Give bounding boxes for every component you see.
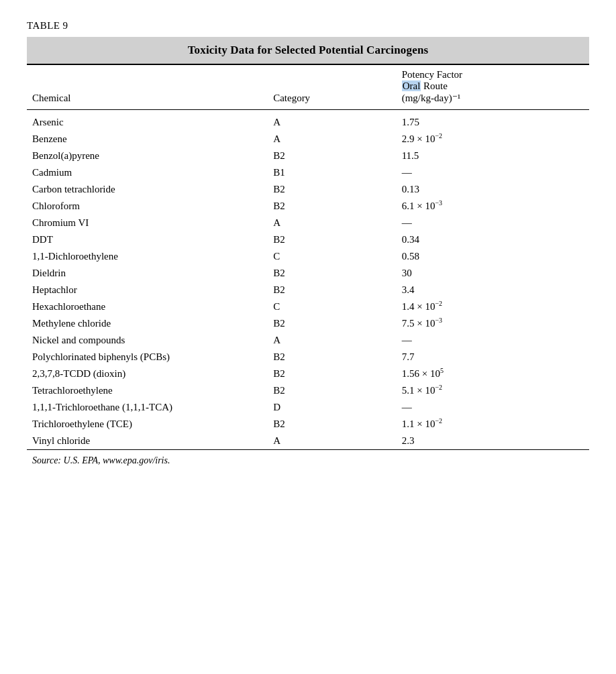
cell-category: B2 [268,198,397,215]
table-row: 2,3,7,8-TCDD (dioxin)B21.56 × 105 [27,366,589,382]
cell-chemical: Chloroform [27,198,268,215]
cell-category: B1 [268,164,397,181]
cell-potency: 1.75 [397,110,589,131]
table-header-row: Chemical Category Potency Factor Oral Ro… [27,64,589,110]
cell-chemical: Carbon tetrachloride [27,181,268,198]
cell-category: B2 [268,416,397,433]
table-row: 1,1-DichloroethyleneC0.58 [27,248,589,265]
col-header-category: Category [268,64,397,110]
cell-potency: 6.1 × 10−3 [397,198,589,215]
potency-line1: Potency Factor [402,69,462,80]
cell-chemical: 2,3,7,8-TCDD (dioxin) [27,366,268,382]
cell-potency: 0.13 [397,181,589,198]
cell-chemical: Nickel and compounds [27,332,268,349]
table-row: Carbon tetrachlorideB20.13 [27,181,589,198]
table-footer-row: Source: U.S. EPA, www.epa.gov/iris. [27,450,589,469]
cell-chemical: 1,1-Dichloroethylene [27,248,268,265]
table-title-box: Toxicity Data for Selected Potential Car… [27,37,589,64]
cell-category: B2 [268,265,397,282]
cell-chemical: Trichloroethylene (TCE) [27,416,268,433]
cell-potency: 30 [397,265,589,282]
table-body: ArsenicA1.75BenzeneA2.9 × 10−2Benzol(a)p… [27,110,589,450]
cell-category: A [268,131,397,148]
table-row: 1,1,1-Trichloroethane (1,1,1-TCA)D— [27,399,589,416]
table-row: Methylene chlorideB27.5 × 10−3 [27,315,589,332]
cell-potency: — [397,399,589,416]
cell-chemical: Tetrachloroethylene [27,382,268,399]
cell-chemical: Heptachlor [27,282,268,298]
cell-potency: 11.5 [397,148,589,164]
cell-potency: 3.4 [397,282,589,298]
table-row: BenzeneA2.9 × 10−2 [27,131,589,148]
cell-chemical: Benzene [27,131,268,148]
cell-potency: — [397,215,589,231]
cell-category: B2 [268,349,397,366]
cell-category: B2 [268,148,397,164]
cell-category: C [268,298,397,315]
cell-potency: — [397,164,589,181]
table-row: ArsenicA1.75 [27,110,589,131]
cell-potency: 7.5 × 10−3 [397,315,589,332]
table-row: DDTB20.34 [27,231,589,248]
potency-units: (mg/kg-day)⁻¹ [402,93,460,103]
cell-potency: 1.4 × 10−2 [397,298,589,315]
toxicity-table: Chemical Category Potency Factor Oral Ro… [27,64,589,469]
table-row: HeptachlorB23.4 [27,282,589,298]
table-row: TetrachloroethyleneB25.1 × 10−2 [27,382,589,399]
cell-potency: — [397,332,589,349]
cell-category: A [268,215,397,231]
cell-potency: 2.3 [397,433,589,450]
cell-category: B2 [268,181,397,198]
table-row: Nickel and compoundsA— [27,332,589,349]
cell-category: A [268,433,397,450]
potency-route-text: Route [421,80,448,91]
cell-category: C [268,248,397,265]
cell-potency: 0.34 [397,231,589,248]
cell-chemical: Hexachloroethane [27,298,268,315]
col-header-potency: Potency Factor Oral Route (mg/kg-day)⁻¹ [397,64,589,110]
cell-chemical: Polychlorinated biphenyls (PCBs) [27,349,268,366]
table-row: Chromium VIA— [27,215,589,231]
cell-potency: 0.58 [397,248,589,265]
cell-chemical: Cadmium [27,164,268,181]
potency-oral-highlight: Oral [402,80,421,91]
cell-chemical: Chromium VI [27,215,268,231]
cell-chemical: Methylene chloride [27,315,268,332]
table-label: TABLE 9 [27,20,589,32]
cell-chemical: 1,1,1-Trichloroethane (1,1,1-TCA) [27,399,268,416]
cell-category: A [268,332,397,349]
table-row: Trichloroethylene (TCE)B21.1 × 10−2 [27,416,589,433]
cell-category: B2 [268,282,397,298]
table-row: HexachloroethaneC1.4 × 10−2 [27,298,589,315]
cell-category: A [268,110,397,131]
table-row: CadmiumB1— [27,164,589,181]
table-title: Toxicity Data for Selected Potential Car… [38,44,578,57]
cell-potency: 5.1 × 10−2 [397,382,589,399]
col-header-chemical: Chemical [27,64,268,110]
cell-chemical: Benzol(a)pyrene [27,148,268,164]
cell-potency: 7.7 [397,349,589,366]
table-row: Benzol(a)pyreneB211.5 [27,148,589,164]
cell-category: D [268,399,397,416]
cell-potency: 1.56 × 105 [397,366,589,382]
cell-category: B2 [268,382,397,399]
cell-chemical: Dieldrin [27,265,268,282]
cell-category: B2 [268,315,397,332]
cell-potency: 2.9 × 10−2 [397,131,589,148]
table-row: Polychlorinated biphenyls (PCBs)B27.7 [27,349,589,366]
table-source: Source: U.S. EPA, www.epa.gov/iris. [27,450,589,469]
cell-category: B2 [268,231,397,248]
table-row: DieldrinB230 [27,265,589,282]
table-row: ChloroformB26.1 × 10−3 [27,198,589,215]
cell-chemical: Vinyl chloride [27,433,268,450]
table-row: Vinyl chlorideA2.3 [27,433,589,450]
cell-potency: 1.1 × 10−2 [397,416,589,433]
cell-chemical: Arsenic [27,110,268,131]
cell-chemical: DDT [27,231,268,248]
cell-category: B2 [268,366,397,382]
